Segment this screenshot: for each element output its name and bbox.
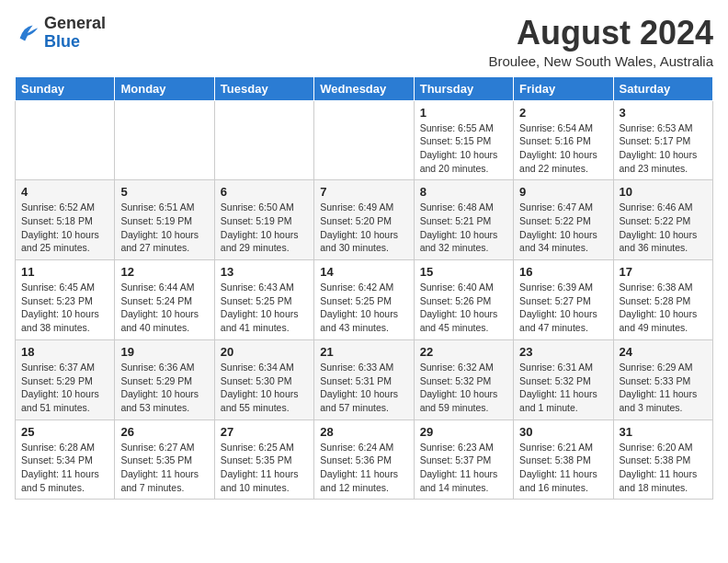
calendar-cell: 30Sunrise: 6:21 AMSunset: 5:38 PMDayligh…	[514, 419, 613, 500]
day-info: Sunrise: 6:53 AMSunset: 5:17 PMDaylight:…	[620, 121, 707, 176]
day-number: 21	[320, 345, 407, 359]
day-number: 4	[21, 185, 108, 199]
day-number: 26	[120, 425, 208, 439]
calendar-cell: 4Sunrise: 6:52 AMSunset: 5:18 PMDaylight…	[16, 180, 115, 260]
day-number: 22	[420, 345, 507, 359]
calendar-cell	[115, 100, 214, 180]
day-info: Sunrise: 6:51 AMSunset: 5:19 PMDaylight:…	[120, 201, 208, 255]
day-number: 11	[21, 265, 108, 279]
day-number: 27	[221, 425, 308, 439]
calendar-week-row: 1Sunrise: 6:55 AMSunset: 5:15 PMDaylight…	[16, 100, 713, 180]
day-info: Sunrise: 6:52 AMSunset: 5:18 PMDaylight:…	[21, 201, 108, 255]
calendar-cell	[16, 100, 115, 180]
day-number: 17	[620, 265, 707, 279]
day-number: 25	[21, 425, 108, 439]
calendar-cell: 19Sunrise: 6:36 AMSunset: 5:29 PMDayligh…	[115, 339, 214, 419]
day-info: Sunrise: 6:32 AMSunset: 5:32 PMDaylight:…	[420, 361, 507, 415]
calendar-cell: 26Sunrise: 6:27 AMSunset: 5:35 PMDayligh…	[115, 419, 214, 500]
page-header: General Blue August 2024 Broulee, New So…	[15, 15, 713, 69]
day-number: 31	[620, 425, 707, 439]
day-info: Sunrise: 6:40 AMSunset: 5:26 PMDaylight:…	[420, 281, 507, 335]
calendar-cell: 3Sunrise: 6:53 AMSunset: 5:17 PMDaylight…	[613, 100, 712, 180]
day-header-saturday: Saturday	[613, 76, 712, 100]
day-number: 7	[320, 185, 407, 199]
day-info: Sunrise: 6:44 AMSunset: 5:24 PMDaylight:…	[120, 281, 208, 335]
day-number: 18	[21, 345, 108, 359]
day-number: 14	[320, 265, 407, 279]
calendar-cell	[314, 100, 414, 180]
day-info: Sunrise: 6:54 AMSunset: 5:16 PMDaylight:…	[519, 121, 607, 176]
day-number: 2	[519, 106, 607, 120]
day-info: Sunrise: 6:38 AMSunset: 5:28 PMDaylight:…	[620, 281, 707, 335]
day-number: 10	[620, 185, 707, 199]
calendar-cell: 11Sunrise: 6:45 AMSunset: 5:23 PMDayligh…	[16, 260, 115, 340]
day-info: Sunrise: 6:31 AMSunset: 5:32 PMDaylight:…	[519, 361, 607, 415]
day-number: 16	[519, 265, 607, 279]
day-info: Sunrise: 6:47 AMSunset: 5:22 PMDaylight:…	[519, 201, 607, 255]
calendar-cell: 23Sunrise: 6:31 AMSunset: 5:32 PMDayligh…	[514, 339, 613, 419]
calendar-week-row: 18Sunrise: 6:37 AMSunset: 5:29 PMDayligh…	[16, 339, 713, 419]
calendar-cell: 1Sunrise: 6:55 AMSunset: 5:15 PMDaylight…	[414, 100, 513, 180]
calendar-cell: 17Sunrise: 6:38 AMSunset: 5:28 PMDayligh…	[613, 260, 712, 340]
day-header-monday: Monday	[115, 76, 214, 100]
day-number: 12	[120, 265, 208, 279]
day-info: Sunrise: 6:42 AMSunset: 5:25 PMDaylight:…	[320, 281, 407, 335]
day-info: Sunrise: 6:29 AMSunset: 5:33 PMDaylight:…	[620, 361, 707, 415]
calendar-cell: 15Sunrise: 6:40 AMSunset: 5:26 PMDayligh…	[414, 260, 513, 340]
calendar-table: SundayMondayTuesdayWednesdayThursdayFrid…	[15, 76, 713, 500]
day-info: Sunrise: 6:25 AMSunset: 5:35 PMDaylight:…	[221, 441, 308, 495]
title-block: August 2024 Broulee, New South Wales, Au…	[488, 15, 713, 69]
calendar-week-row: 4Sunrise: 6:52 AMSunset: 5:18 PMDaylight…	[16, 180, 713, 260]
day-number: 6	[221, 185, 308, 199]
day-number: 5	[120, 185, 208, 199]
day-info: Sunrise: 6:46 AMSunset: 5:22 PMDaylight:…	[620, 201, 707, 255]
day-info: Sunrise: 6:33 AMSunset: 5:31 PMDaylight:…	[320, 361, 407, 415]
day-number: 28	[320, 425, 407, 439]
logo: General Blue	[15, 15, 106, 52]
day-info: Sunrise: 6:24 AMSunset: 5:36 PMDaylight:…	[320, 441, 407, 495]
day-header-wednesday: Wednesday	[314, 76, 414, 100]
calendar-cell: 13Sunrise: 6:43 AMSunset: 5:25 PMDayligh…	[214, 260, 313, 340]
day-info: Sunrise: 6:36 AMSunset: 5:29 PMDaylight:…	[120, 361, 208, 415]
day-number: 1	[420, 106, 507, 120]
calendar-cell: 2Sunrise: 6:54 AMSunset: 5:16 PMDaylight…	[514, 100, 613, 180]
logo-text-blue: Blue	[44, 32, 80, 51]
day-number: 30	[519, 425, 607, 439]
day-info: Sunrise: 6:27 AMSunset: 5:35 PMDaylight:…	[120, 441, 208, 495]
calendar-week-row: 11Sunrise: 6:45 AMSunset: 5:23 PMDayligh…	[16, 260, 713, 340]
day-info: Sunrise: 6:28 AMSunset: 5:34 PMDaylight:…	[21, 441, 108, 495]
calendar-cell: 21Sunrise: 6:33 AMSunset: 5:31 PMDayligh…	[314, 339, 414, 419]
calendar-cell: 24Sunrise: 6:29 AMSunset: 5:33 PMDayligh…	[613, 339, 712, 419]
day-number: 8	[420, 185, 507, 199]
calendar-cell: 6Sunrise: 6:50 AMSunset: 5:19 PMDaylight…	[214, 180, 313, 260]
location-text: Broulee, New South Wales, Australia	[488, 53, 713, 69]
calendar-cell: 22Sunrise: 6:32 AMSunset: 5:32 PMDayligh…	[414, 339, 513, 419]
calendar-cell: 18Sunrise: 6:37 AMSunset: 5:29 PMDayligh…	[16, 339, 115, 419]
calendar-cell: 9Sunrise: 6:47 AMSunset: 5:22 PMDaylight…	[514, 180, 613, 260]
calendar-cell: 20Sunrise: 6:34 AMSunset: 5:30 PMDayligh…	[214, 339, 313, 419]
day-info: Sunrise: 6:45 AMSunset: 5:23 PMDaylight:…	[21, 281, 108, 335]
calendar-cell: 5Sunrise: 6:51 AMSunset: 5:19 PMDaylight…	[115, 180, 214, 260]
calendar-cell: 31Sunrise: 6:20 AMSunset: 5:38 PMDayligh…	[613, 419, 712, 500]
calendar-cell: 25Sunrise: 6:28 AMSunset: 5:34 PMDayligh…	[16, 419, 115, 500]
calendar-cell: 28Sunrise: 6:24 AMSunset: 5:36 PMDayligh…	[314, 419, 414, 500]
day-info: Sunrise: 6:21 AMSunset: 5:38 PMDaylight:…	[519, 441, 607, 495]
calendar-cell: 8Sunrise: 6:48 AMSunset: 5:21 PMDaylight…	[414, 180, 513, 260]
calendar-cell: 12Sunrise: 6:44 AMSunset: 5:24 PMDayligh…	[115, 260, 214, 340]
day-info: Sunrise: 6:34 AMSunset: 5:30 PMDaylight:…	[221, 361, 308, 415]
day-info: Sunrise: 6:43 AMSunset: 5:25 PMDaylight:…	[221, 281, 308, 335]
day-info: Sunrise: 6:48 AMSunset: 5:21 PMDaylight:…	[420, 201, 507, 255]
day-info: Sunrise: 6:55 AMSunset: 5:15 PMDaylight:…	[420, 121, 507, 176]
day-info: Sunrise: 6:49 AMSunset: 5:20 PMDaylight:…	[320, 201, 407, 255]
calendar-cell: 16Sunrise: 6:39 AMSunset: 5:27 PMDayligh…	[514, 260, 613, 340]
calendar-cell	[214, 100, 313, 180]
day-number: 19	[120, 345, 208, 359]
month-title: August 2024	[488, 15, 713, 52]
day-header-thursday: Thursday	[414, 76, 513, 100]
day-info: Sunrise: 6:20 AMSunset: 5:38 PMDaylight:…	[620, 441, 707, 495]
day-header-sunday: Sunday	[16, 76, 115, 100]
day-number: 29	[420, 425, 507, 439]
calendar-cell: 27Sunrise: 6:25 AMSunset: 5:35 PMDayligh…	[214, 419, 313, 500]
calendar-header-row: SundayMondayTuesdayWednesdayThursdayFrid…	[16, 76, 713, 100]
calendar-cell: 29Sunrise: 6:23 AMSunset: 5:37 PMDayligh…	[414, 419, 513, 500]
